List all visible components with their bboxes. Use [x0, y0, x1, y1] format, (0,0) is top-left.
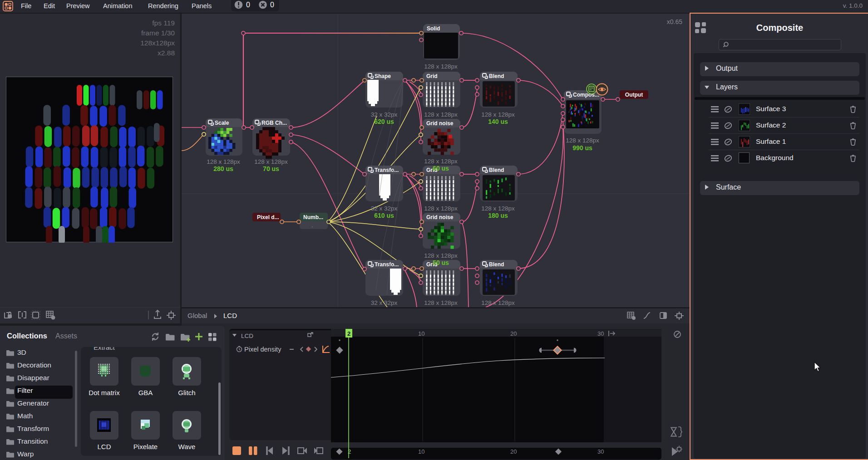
svg-text:128 x 128px: 128 x 128px: [566, 137, 599, 144]
svg-text:Shape: Shape: [375, 73, 391, 79]
svg-text:620 us: 620 us: [374, 118, 394, 125]
svg-text:128 x 128px: 128 x 128px: [481, 111, 515, 118]
svg-text:Pixel d...: Pixel d...: [257, 214, 279, 220]
svg-text:128 x 128px: 128 x 128px: [481, 205, 515, 212]
svg-text:Grid: Grid: [426, 73, 438, 79]
svg-text:2: 2: [347, 330, 350, 337]
svg-text:.: .: [311, 222, 313, 229]
svg-text:70 us: 70 us: [263, 165, 279, 172]
svg-text:Grid noise: Grid noise: [426, 120, 454, 127]
svg-text:990 us: 990 us: [572, 144, 592, 152]
svg-text:128 x 128px: 128 x 128px: [424, 63, 458, 70]
svg-text:128 x 128px: 128 x 128px: [207, 158, 240, 165]
svg-text:Grid noise: Grid noise: [426, 214, 454, 220]
svg-text:Blend: Blend: [489, 73, 504, 79]
svg-text:32 x 32px: 32 x 32px: [371, 205, 398, 212]
svg-text:140 us: 140 us: [488, 118, 508, 125]
svg-text:Transfo...: Transfo...: [375, 167, 399, 173]
svg-text:128 x 128px: 128 x 128px: [424, 111, 458, 118]
svg-text:Scale: Scale: [215, 120, 229, 126]
svg-text:128 x 128px: 128 x 128px: [254, 158, 288, 165]
svg-text:180 us: 180 us: [488, 212, 508, 219]
svg-text:2: 2: [348, 448, 351, 455]
svg-text:Output: Output: [625, 92, 643, 98]
svg-text:128 x 128px: 128 x 128px: [424, 205, 458, 212]
svg-text:610 us: 610 us: [374, 212, 394, 219]
svg-text:280 us: 280 us: [213, 165, 233, 172]
svg-text:50 us: 50 us: [433, 259, 449, 266]
svg-text:RGB Ch...: RGB Ch...: [261, 120, 287, 126]
svg-text:128 x 128px: 128 x 128px: [424, 158, 458, 165]
svg-text:32 x 32px: 32 x 32px: [371, 111, 398, 118]
svg-text:Blend: Blend: [489, 261, 504, 268]
svg-text:60 us: 60 us: [433, 165, 449, 172]
svg-text:Transfo...: Transfo...: [375, 261, 399, 268]
svg-text:128 x 128px: 128 x 128px: [481, 299, 515, 306]
svg-text:128 x 128px: 128 x 128px: [424, 252, 458, 259]
svg-text:Numb...: Numb...: [303, 214, 323, 220]
svg-text:128 x 128px: 128 x 128px: [424, 299, 458, 306]
svg-text:Solid: Solid: [427, 25, 440, 32]
svg-text:Blend: Blend: [489, 167, 504, 173]
svg-text:32 x 32px: 32 x 32px: [371, 299, 398, 306]
